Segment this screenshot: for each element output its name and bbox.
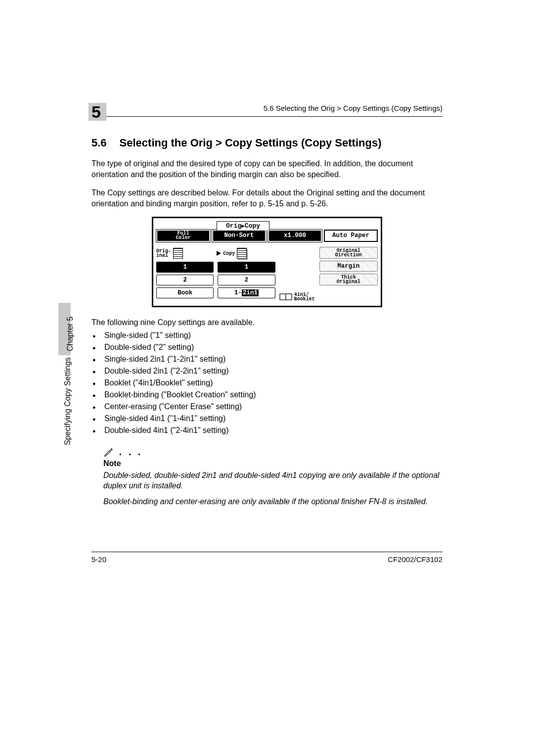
section-title: 5.6 Selecting the Orig > Copy Settings (… xyxy=(91,137,443,149)
tab-orig-label: Orig xyxy=(226,222,241,230)
section-number: 5.6 xyxy=(91,137,107,149)
auto-paper-button[interactable]: Auto Paper xyxy=(324,230,378,242)
page-footer: 5-20 CF2002/CF3102 xyxy=(91,552,443,564)
footer-rule xyxy=(91,552,443,552)
tab-arrow-icon: ▶ xyxy=(241,223,245,229)
copy-settings-list: Single-sided ("1" setting) Double-sided … xyxy=(91,331,443,435)
zoom-button[interactable]: x1.000 xyxy=(268,230,322,242)
side-chapter-label: Chapter 5 xyxy=(66,317,75,351)
list-item: Double-sided ("2" setting) xyxy=(104,343,443,352)
copy-page-icon xyxy=(237,248,247,259)
chapter-number: 5 xyxy=(91,102,101,122)
list-item: Double-sided 2in1 ("2-2in1" setting) xyxy=(104,367,443,376)
copy-1-2in1-button[interactable]: 1-2in1 xyxy=(218,287,275,298)
model-number: CF2002/CF3102 xyxy=(388,555,443,564)
booklet-icon xyxy=(279,293,292,301)
booklet-label: 4in1/Booklet xyxy=(279,290,315,303)
orig-copy-tab[interactable]: Orig▶Copy xyxy=(217,221,269,230)
original-2-button[interactable]: 2 xyxy=(156,275,214,285)
original-page-icon xyxy=(173,248,183,259)
list-item: Booklet ("4in1/Booklet" setting) xyxy=(104,378,443,387)
header-rule xyxy=(91,116,443,117)
page-number: 5-20 xyxy=(91,555,106,564)
list-item: Booklet-binding ("Booklet Creation" sett… xyxy=(104,390,443,399)
side-section-label: Specifying Copy Settings xyxy=(63,357,72,445)
thick-original-button[interactable]: ThickOriginal xyxy=(319,274,378,285)
copy-col-head: Copy xyxy=(218,247,275,260)
list-intro: The following nine Copy settings are ava… xyxy=(91,318,443,327)
original-direction-button[interactable]: OriginalDirection xyxy=(319,247,378,259)
tab-copy-label: Copy xyxy=(245,222,260,230)
note-icon-row: . . . xyxy=(103,446,443,458)
lcd-panel: Orig▶Copy Full Color Non-Sort x1.000 Aut… xyxy=(152,217,382,307)
note-body-2: Booklet-binding and center-erasing are o… xyxy=(103,496,443,507)
original-col-head: Orig-inal xyxy=(156,247,214,260)
original-1-button[interactable]: 1 xyxy=(156,262,214,273)
intro-para-1: The type of original and the desired typ… xyxy=(91,158,443,180)
list-item: Single-sided ("1" setting) xyxy=(104,331,443,340)
non-sort-button[interactable]: Non-Sort xyxy=(212,230,266,242)
list-item: Single-sided 4in1 ("1-4in1" setting) xyxy=(104,414,443,423)
margin-button[interactable]: Margin xyxy=(319,261,378,272)
intro-para-2: The Copy settings are described below. F… xyxy=(91,188,443,209)
note-block: . . . Note Double-sided, double-sided 2i… xyxy=(91,446,443,507)
running-head: 5.6 Selecting the Orig > Copy Settings (… xyxy=(171,104,443,115)
list-item: Single-sided 2in1 ("1-2in1" setting) xyxy=(104,355,443,364)
list-item: Center-erasing ("Center Erase" setting) xyxy=(104,402,443,411)
list-item: Double-sided 4in1 ("2-4in1" setting) xyxy=(104,426,443,435)
copy-2-button[interactable]: 2 xyxy=(218,275,275,285)
note-body-1: Double-sided, double-sided 2in1 and doub… xyxy=(103,470,443,491)
note-heading: Note xyxy=(103,459,443,468)
copy-1-button[interactable]: 1 xyxy=(218,262,275,273)
arrow-right-icon xyxy=(217,251,221,256)
pencil-icon xyxy=(103,447,114,458)
section-heading: Selecting the Orig > Copy Settings (Copy… xyxy=(120,137,382,149)
full-color-button[interactable]: Full Color xyxy=(156,230,210,242)
original-book-button[interactable]: Book xyxy=(156,287,214,298)
